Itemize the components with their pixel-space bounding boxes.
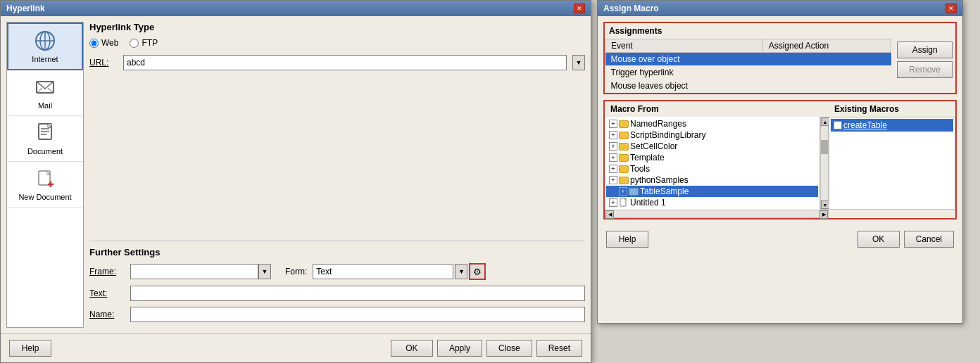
tree-label-namedranges: NamedRanges — [630, 119, 686, 129]
hyperlink-apply-button[interactable]: Apply — [437, 340, 482, 357]
assign-macro-body: Assignments Event Assigned Action Mouse … — [598, 16, 962, 323]
frame-input[interactable] — [130, 264, 258, 279]
form-dropdown-button[interactable]: ▼ — [455, 264, 467, 279]
frame-label: Frame: — [89, 267, 125, 276]
tree-item-pythonsamples[interactable]: + pythonSamples — [606, 174, 818, 186]
sidebar-item-document[interactable]: Document — [7, 116, 83, 162]
hyperlink-reset-button[interactable]: Reset — [536, 340, 582, 357]
sidebar-mail-label: Mail — [38, 101, 52, 110]
tree-label-untitled1: Untitled 1 — [630, 198, 666, 208]
expander-pythonsamples[interactable]: + — [609, 176, 617, 184]
assign-macro-footer: Help OK Cancel — [603, 225, 957, 250]
sidebar-document-label: Document — [27, 147, 63, 155]
scrollbar-up-button[interactable]: ▲ — [821, 117, 829, 126]
assign-macro-close-button[interactable]: ✕ — [946, 4, 957, 13]
assign-macro-titlebar: Assign Macro ✕ — [598, 1, 962, 16]
tree-item-namedranges[interactable]: + NamedRanges — [606, 118, 818, 129]
hyperlink-close-btn[interactable]: Close — [486, 340, 532, 357]
hyperlink-dialog: Hyperlink ✕ Internet — [0, 0, 591, 363]
tree-item-untitled1[interactable]: + Untitled 1 — [606, 197, 818, 208]
assign-macro-ok-button[interactable]: OK — [857, 231, 900, 248]
macro-tree[interactable]: + NamedRanges + ScriptBindingLibrary — [605, 117, 820, 210]
expander-namedranges[interactable]: + — [609, 120, 617, 128]
gear-button[interactable]: ⚙ — [469, 263, 486, 280]
scrollbar-down-button[interactable]: ▼ — [821, 200, 829, 209]
existing-macros-title: Existing Macros — [829, 101, 955, 117]
remove-button[interactable]: Remove — [897, 61, 953, 78]
tree-item-template[interactable]: + Template — [606, 152, 818, 163]
tree-item-tablesample[interactable]: + TableSample — [606, 186, 818, 197]
ftp-radio-label: FTP — [142, 38, 158, 48]
sidebar-item-new-document[interactable]: New Document — [7, 162, 83, 208]
frame-dropdown-button[interactable]: ▼ — [258, 264, 271, 279]
table-row[interactable]: Mouse over object — [605, 53, 891, 66]
further-settings-title: Further Settings — [89, 247, 585, 257]
ftp-radio-option[interactable]: FTP — [130, 38, 158, 48]
tree-label-tools: Tools — [630, 164, 650, 174]
macro-horizontal-scrollbar[interactable]: ◀ ▶ — [605, 210, 829, 218]
expander-tablesample[interactable]: + — [619, 187, 627, 196]
action-cell — [762, 53, 891, 66]
hyperlink-main-content: Hyperlink Type Web FTP URL: ▼ — [89, 22, 585, 328]
expander-template[interactable]: + — [609, 153, 617, 162]
text-label: Text: — [89, 288, 125, 298]
expander-untitled1[interactable]: + — [609, 198, 617, 207]
expander-tools[interactable]: + — [609, 165, 617, 173]
expander-setcellcolor[interactable]: + — [609, 142, 617, 151]
web-radio[interactable] — [89, 39, 99, 48]
assign-button[interactable]: Assign — [897, 42, 953, 58]
sidebar-item-mail[interactable]: Mail — [7, 70, 83, 116]
name-input[interactable] — [130, 307, 585, 322]
macro-section-body: + NamedRanges + ScriptBindingLibrary — [605, 117, 955, 210]
frame-form-row: Frame: ▼ Form: ▼ ⚙ — [89, 263, 585, 280]
expander-scriptbinding[interactable]: + — [609, 131, 617, 139]
internet-icon — [34, 30, 56, 52]
folder-icon-scriptbinding — [619, 130, 629, 140]
form-input[interactable] — [313, 264, 453, 279]
hyperlink-footer: Help OK Apply Close Reset — [1, 333, 591, 362]
new-document-icon — [34, 167, 56, 190]
tree-item-setcellcolor[interactable]: + SetCellColor — [606, 141, 818, 152]
assign-macro-cancel-button[interactable]: Cancel — [904, 231, 954, 248]
macro-section: Macro From Existing Macros + NamedRanges — [603, 100, 957, 219]
sidebar-new-document-label: New Document — [18, 193, 71, 201]
document-icon — [34, 122, 56, 144]
existing-macros-list: createTable — [829, 117, 955, 210]
sidebar-item-internet[interactable]: Internet — [7, 23, 83, 70]
macro-tree-container: + NamedRanges + ScriptBindingLibrary — [605, 117, 829, 210]
tree-item-scriptbinding[interactable]: + ScriptBindingLibrary — [606, 129, 818, 141]
folder-icon-pythonsamples — [619, 175, 629, 185]
assignments-table-wrap: Event Assigned Action Mouse over object … — [605, 39, 891, 93]
url-dropdown-button[interactable]: ▼ — [572, 55, 585, 70]
macro-tree-scrollbar[interactable]: ▲ ▼ — [820, 117, 829, 210]
web-radio-label: Web — [101, 38, 118, 48]
ftp-radio[interactable] — [130, 39, 139, 48]
action-cell — [762, 66, 891, 79]
hyperlink-type-title: Hyperlink Type — [89, 22, 585, 32]
frame-input-wrap: ▼ — [130, 264, 271, 279]
macro-item-wrap: createTable — [834, 120, 950, 130]
hyperlink-help-button[interactable]: Help — [9, 340, 51, 357]
assign-macro-help-button[interactable]: Help — [606, 231, 648, 248]
url-row: URL: ▼ — [89, 55, 585, 70]
web-radio-option[interactable]: Web — [89, 38, 118, 48]
event-column-header: Event — [605, 39, 763, 53]
url-input[interactable] — [123, 55, 567, 70]
tree-item-tools[interactable]: + Tools — [606, 163, 818, 174]
table-row[interactable]: Trigger hyperlink — [605, 66, 891, 79]
further-settings-section: Further Settings Frame: ▼ Form: ▼ ⚙ — [89, 241, 585, 328]
assignments-layout: Event Assigned Action Mouse over object … — [605, 39, 955, 93]
hscrollbar-left-button[interactable]: ◀ — [605, 210, 614, 219]
table-row[interactable]: Mouse leaves object — [605, 79, 891, 93]
assignments-section: Assignments Event Assigned Action Mouse … — [603, 22, 957, 94]
list-item-createtable[interactable]: createTable — [831, 119, 953, 132]
hyperlink-close-button[interactable]: ✕ — [574, 4, 585, 13]
hscrollbar-right-button[interactable]: ▶ — [819, 210, 828, 219]
text-input[interactable] — [130, 286, 585, 301]
event-cell: Mouse leaves object — [605, 79, 763, 93]
action-cell — [762, 79, 891, 93]
event-cell: Mouse over object — [605, 53, 763, 66]
hyperlink-ok-button[interactable]: OK — [391, 340, 433, 357]
assign-macro-dialog: Assign Macro ✕ Assignments Event Assigne… — [597, 0, 963, 324]
hyperlink-titlebar: Hyperlink ✕ — [1, 1, 591, 16]
